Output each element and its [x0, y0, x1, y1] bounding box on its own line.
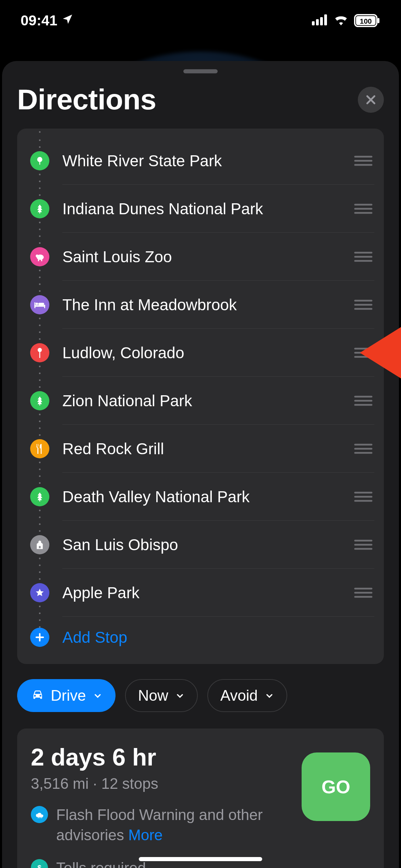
- go-button-label: GO: [321, 776, 350, 797]
- svg-rect-22: [39, 404, 40, 406]
- svg-rect-2: [320, 17, 323, 25]
- svg-rect-16: [34, 302, 35, 308]
- stop-row[interactable]: Zion National Park: [17, 377, 384, 425]
- pine-icon: [30, 487, 49, 506]
- add-stop-label: Add Stop: [62, 628, 127, 647]
- svg-rect-23: [39, 500, 40, 502]
- avoid-label: Avoid: [220, 687, 258, 704]
- building-icon: [30, 535, 49, 554]
- svg-rect-3: [324, 14, 327, 25]
- depart-now-pill[interactable]: Now: [125, 679, 198, 712]
- star-icon: [30, 583, 49, 602]
- stop-label: Saint Louis Zoo: [62, 248, 354, 266]
- stop-label: Death Valley National Park: [62, 487, 354, 506]
- plus-icon: [30, 628, 49, 647]
- svg-point-18: [36, 303, 38, 305]
- chevron-down-icon: [175, 687, 185, 704]
- svg-rect-19: [38, 303, 44, 305]
- pin-icon: [30, 343, 49, 362]
- stops-list-card: White River State ParkIndiana Dunes Nati…: [17, 129, 384, 664]
- svg-rect-15: [34, 305, 45, 306]
- dollar-icon: $: [31, 859, 48, 868]
- location-arrow-icon: [61, 12, 74, 29]
- svg-rect-9: [39, 162, 40, 165]
- cellular-icon: [312, 12, 328, 29]
- drag-handle[interactable]: [354, 539, 373, 551]
- tree-icon: [30, 151, 49, 170]
- avoid-pill[interactable]: Avoid: [207, 679, 287, 712]
- home-indicator[interactable]: [139, 857, 262, 861]
- chevron-down-icon: [265, 687, 274, 704]
- rain-icon: [31, 806, 48, 823]
- svg-point-8: [37, 157, 42, 162]
- car-icon: [30, 687, 45, 704]
- stop-row[interactable]: Saint Louis Zoo: [17, 233, 384, 281]
- svg-point-12: [36, 255, 38, 257]
- svg-rect-10: [39, 212, 40, 214]
- status-bar: 09:41 100: [0, 0, 401, 41]
- stop-label: Ludlow, Colorado: [62, 343, 354, 362]
- advisory-text: Tolls required: [56, 859, 146, 868]
- svg-rect-14: [41, 259, 42, 262]
- drag-handle[interactable]: [354, 395, 373, 407]
- route-summary-card[interactable]: 2 days 6 hr 3,516 mi · 12 stops Flash Fl…: [17, 728, 384, 868]
- battery-icon: 100: [354, 14, 380, 27]
- stop-label: Indiana Dunes National Park: [62, 200, 354, 218]
- stop-row[interactable]: The Inn at Meadowbrook: [17, 281, 384, 329]
- drag-handle[interactable]: [354, 251, 373, 263]
- drag-handle[interactable]: [354, 203, 373, 215]
- drag-handle[interactable]: [354, 299, 373, 311]
- drag-handle[interactable]: [354, 155, 373, 167]
- drag-handle[interactable]: [354, 347, 373, 359]
- svg-rect-1: [316, 19, 319, 25]
- svg-rect-0: [312, 21, 315, 25]
- stop-row[interactable]: Red Rock Grill: [17, 425, 384, 473]
- close-button[interactable]: [358, 87, 384, 113]
- drag-handle[interactable]: [354, 443, 373, 455]
- pine-icon: [30, 391, 49, 410]
- stop-row[interactable]: Ludlow, Colorado: [17, 329, 384, 377]
- svg-rect-17: [44, 305, 45, 308]
- svg-text:100: 100: [360, 17, 372, 25]
- svg-rect-6: [377, 18, 379, 23]
- stop-label: White River State Park: [62, 152, 354, 170]
- svg-text:$: $: [37, 864, 41, 868]
- depart-now-label: Now: [138, 687, 168, 704]
- page-title: Directions: [17, 83, 156, 116]
- stop-label: The Inn at Meadowbrook: [62, 296, 354, 314]
- go-button[interactable]: GO: [302, 752, 370, 821]
- drag-handle[interactable]: [354, 491, 373, 503]
- chevron-down-icon: [93, 687, 102, 704]
- wifi-icon: [333, 12, 349, 29]
- svg-rect-21: [39, 351, 40, 358]
- animal-icon: [30, 247, 49, 266]
- route-option-pills: Drive Now Avoid: [2, 664, 399, 712]
- stop-label: Apple Park: [62, 583, 354, 602]
- svg-rect-13: [38, 259, 39, 262]
- stop-row[interactable]: San Luis Obispo: [17, 521, 384, 569]
- stop-row[interactable]: Death Valley National Park: [17, 473, 384, 521]
- advisory-more-link[interactable]: More: [128, 827, 162, 843]
- mode-drive-label: Drive: [51, 687, 86, 704]
- stop-row[interactable]: Apple Park: [17, 569, 384, 617]
- mode-drive-pill[interactable]: Drive: [17, 679, 116, 712]
- close-icon: [365, 94, 377, 106]
- stop-label: Zion National Park: [62, 391, 354, 410]
- status-time: 09:41: [21, 12, 57, 29]
- stop-row[interactable]: White River State Park: [17, 137, 384, 185]
- drag-handle[interactable]: [354, 587, 373, 599]
- pine-icon: [30, 199, 49, 218]
- bed-icon: [30, 295, 49, 314]
- stop-label: Red Rock Grill: [62, 439, 354, 458]
- stop-label: San Luis Obispo: [62, 535, 354, 554]
- add-stop-row[interactable]: Add Stop: [17, 617, 384, 658]
- stop-row[interactable]: Indiana Dunes National Park: [17, 185, 384, 233]
- fork-icon: [30, 439, 49, 458]
- directions-sheet: Directions White River State ParkIndiana…: [2, 61, 399, 868]
- sheet-grabber[interactable]: [183, 69, 218, 73]
